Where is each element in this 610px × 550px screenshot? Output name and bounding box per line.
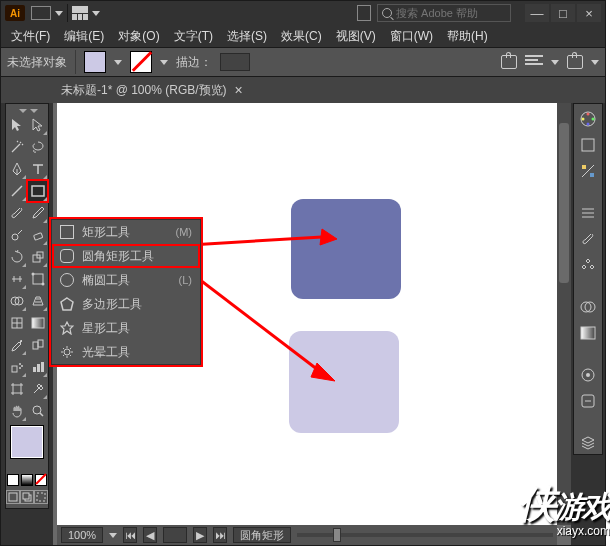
transform-icon[interactable] [567, 55, 583, 69]
fill-stroke[interactable] [6, 422, 48, 508]
zoom-tool[interactable] [27, 400, 48, 422]
minimize-button[interactable]: — [525, 4, 549, 22]
appearance-panel-icon[interactable] [577, 364, 599, 386]
doc-setup-icon[interactable] [501, 55, 517, 69]
none-mode-icon[interactable] [35, 474, 47, 486]
transform-dropdown-icon[interactable] [591, 60, 599, 65]
zoom-dropdown-icon[interactable] [109, 533, 117, 538]
flyout-rectangle[interactable]: 矩形工具 (M) [52, 220, 200, 244]
eyedropper-tool[interactable] [6, 334, 27, 356]
color-panel-icon[interactable] [577, 108, 599, 130]
transparency-panel-icon[interactable] [577, 296, 599, 318]
separator [67, 4, 68, 22]
magic-wand-tool[interactable] [6, 136, 27, 158]
mesh-tool[interactable] [6, 312, 27, 334]
arrange-dropdown-icon[interactable] [92, 11, 100, 16]
color-mode-icon[interactable] [7, 474, 19, 486]
free-transform-tool[interactable] [27, 268, 48, 290]
stroke-panel-icon[interactable] [577, 202, 599, 224]
paintbrush-tool[interactable] [6, 202, 27, 224]
nav-next-icon[interactable]: ▶ [193, 527, 207, 543]
selection-tool[interactable] [6, 114, 27, 136]
flyout-rounded-rectangle[interactable]: 圆角矩形工具 [52, 244, 200, 268]
nav-last-icon[interactable]: ⏭ [213, 527, 227, 543]
eraser-tool[interactable] [27, 224, 48, 246]
flyout-star[interactable]: 星形工具 [52, 316, 200, 340]
column-graph-tool[interactable] [27, 356, 48, 378]
vertical-scrollbar[interactable] [557, 103, 571, 525]
hand-tool[interactable] [6, 400, 27, 422]
align-icon[interactable] [525, 55, 543, 69]
rotate-tool[interactable] [6, 246, 27, 268]
close-button[interactable]: × [577, 4, 601, 22]
svg-point-7 [41, 283, 44, 286]
swatches-panel-icon[interactable] [577, 134, 599, 156]
slice-tool[interactable] [27, 378, 48, 400]
brushes-panel-icon[interactable] [577, 228, 599, 250]
shape-builder-tool[interactable] [6, 290, 27, 312]
nav-prev-icon[interactable]: ◀ [143, 527, 157, 543]
fill-box[interactable] [11, 426, 43, 458]
flyout-ellipse[interactable]: 椭圆工具 (L) [52, 268, 200, 292]
nav-first-icon[interactable]: ⏮ [123, 527, 137, 543]
line-tool[interactable] [6, 180, 27, 202]
blob-brush-tool[interactable] [6, 224, 27, 246]
direct-selection-tool[interactable] [27, 114, 48, 136]
width-tool[interactable] [6, 268, 27, 290]
doc-icon[interactable] [357, 5, 371, 21]
fill-dropdown-icon[interactable] [114, 60, 122, 65]
stroke-dropdown-icon[interactable] [160, 60, 168, 65]
gradient-mode-icon[interactable] [21, 474, 33, 486]
type-tool[interactable] [27, 158, 48, 180]
rectangle-icon [60, 225, 74, 239]
draw-inside-icon[interactable] [34, 490, 48, 504]
menu-type[interactable]: 文字(T) [168, 26, 219, 47]
menu-file[interactable]: 文件(F) [5, 26, 56, 47]
align-dropdown-icon[interactable] [551, 60, 559, 65]
perspective-grid-tool[interactable] [27, 290, 48, 312]
menu-edit[interactable]: 编辑(E) [58, 26, 110, 47]
status-slider[interactable] [297, 533, 553, 537]
pencil-tool[interactable] [27, 202, 48, 224]
artboard-nav[interactable] [163, 527, 187, 543]
flyout-flare[interactable]: 光晕工具 [52, 340, 200, 364]
symbol-sprayer-tool[interactable] [6, 356, 27, 378]
menu-help[interactable]: 帮助(H) [441, 26, 494, 47]
artboard-tool[interactable] [6, 378, 27, 400]
fill-swatch[interactable] [84, 51, 106, 73]
rectangle-tool[interactable] [27, 180, 48, 202]
bridge-dropdown-icon[interactable] [55, 11, 63, 16]
menu-view[interactable]: 视图(V) [330, 26, 382, 47]
blend-tool[interactable] [27, 334, 48, 356]
symbols-panel-icon[interactable] [577, 254, 599, 276]
layers-panel-icon[interactable] [577, 432, 599, 454]
graphic-styles-panel-icon[interactable] [577, 390, 599, 412]
svg-point-36 [592, 118, 595, 121]
menu-effect[interactable]: 效果(C) [275, 26, 328, 47]
flyout-label: 矩形工具 [82, 224, 130, 241]
stroke-weight-input[interactable] [220, 53, 250, 71]
menu-window[interactable]: 窗口(W) [384, 26, 439, 47]
bridge-icon[interactable] [31, 6, 51, 20]
help-search[interactable] [377, 4, 511, 22]
ellipse-icon [60, 273, 74, 287]
scale-tool[interactable] [27, 246, 48, 268]
arrange-docs-icon[interactable] [72, 6, 88, 20]
zoom-level[interactable]: 100% [61, 527, 103, 543]
menu-select[interactable]: 选择(S) [221, 26, 273, 47]
draw-behind-icon[interactable] [20, 490, 34, 504]
search-input[interactable] [396, 7, 506, 19]
lasso-tool[interactable] [27, 136, 48, 158]
draw-normal-icon[interactable] [6, 490, 20, 504]
stroke-swatch[interactable] [130, 51, 152, 73]
flyout-label: 椭圆工具 [82, 272, 130, 289]
menu-object[interactable]: 对象(O) [112, 26, 165, 47]
color-guide-panel-icon[interactable] [577, 160, 599, 182]
maximize-button[interactable]: □ [551, 4, 575, 22]
pen-tool[interactable] [6, 158, 27, 180]
gradient-tool[interactable] [27, 312, 48, 334]
tab-close-button[interactable]: × [235, 82, 243, 98]
flyout-polygon[interactable]: 多边形工具 [52, 292, 200, 316]
tab-title[interactable]: 未标题-1* @ 100% (RGB/预览) [61, 82, 227, 99]
gradient-panel-icon[interactable] [577, 322, 599, 344]
